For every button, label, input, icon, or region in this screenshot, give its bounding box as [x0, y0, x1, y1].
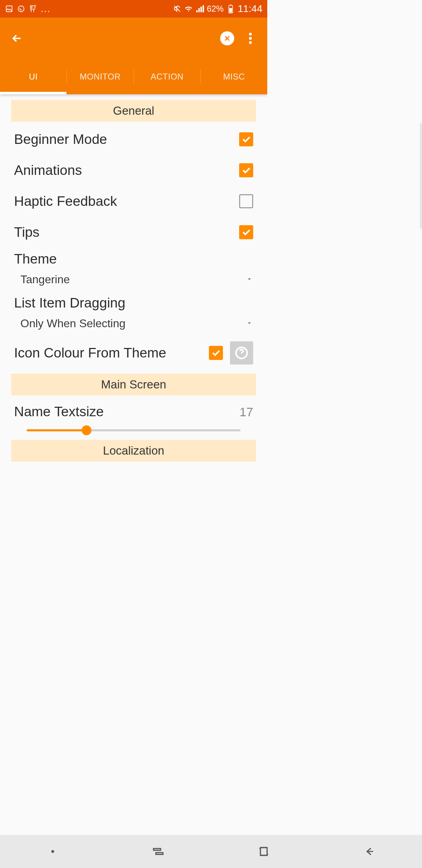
picture-icon: [5, 5, 13, 13]
icon-colour-help-button[interactable]: [230, 341, 253, 365]
row-icon-colour: Icon Colour From Theme: [5, 339, 262, 372]
theme-label: Theme: [14, 251, 253, 267]
row-animations[interactable]: Animations: [5, 155, 262, 186]
chevron-down-icon: [245, 319, 253, 328]
svg-rect-3: [230, 5, 231, 5]
row-list-item-dragging: List Item Dragging Only When Selecting: [5, 295, 262, 339]
row-theme: Theme Tangerine: [5, 248, 262, 295]
tab-ui[interactable]: UI: [0, 59, 66, 94]
animations-label: Animations: [14, 163, 239, 178]
tips-label: Tips: [14, 224, 239, 240]
row-name-textsize: Name Textsize 17: [5, 398, 262, 434]
haptic-feedback-checkbox[interactable]: [239, 194, 253, 208]
more-notifications-icon: ...: [41, 4, 51, 14]
back-button[interactable]: [8, 30, 25, 47]
svg-rect-0: [6, 6, 12, 12]
theme-dropdown[interactable]: Tangerine: [14, 270, 253, 295]
signal-icon: [196, 5, 204, 13]
tab-misc[interactable]: MISC: [201, 59, 267, 94]
section-header-localization: Localization: [11, 440, 256, 462]
row-tips[interactable]: Tips: [5, 217, 262, 248]
battery-icon: [226, 5, 235, 13]
name-textsize-value: 17: [239, 405, 253, 419]
settings-content: General Beginner Mode Animations Haptic …: [0, 94, 267, 462]
beginner-mode-checkbox[interactable]: [239, 132, 253, 146]
name-textsize-slider[interactable]: [14, 429, 253, 431]
battery-percent: 62%: [207, 4, 224, 14]
row-beginner-mode[interactable]: Beginner Mode: [5, 124, 262, 155]
tab-bar: UI MONITOR ACTION MISC: [0, 59, 267, 94]
theme-value: Tangerine: [20, 273, 245, 286]
clear-button[interactable]: [219, 30, 236, 47]
beginner-mode-label: Beginner Mode: [14, 132, 239, 147]
ifttt-icon: IFTTT: [29, 5, 37, 13]
whatsapp-icon: [17, 5, 25, 13]
animations-checkbox[interactable]: [239, 163, 253, 177]
app-bar: [0, 18, 267, 59]
section-header-main-screen: Main Screen: [11, 374, 256, 395]
haptic-feedback-label: Haptic Feedback: [14, 194, 239, 209]
icon-colour-checkbox[interactable]: [209, 346, 223, 360]
tips-checkbox[interactable]: [239, 225, 253, 239]
clock-text: 11:44: [238, 3, 262, 14]
vibrate-icon: [173, 5, 181, 13]
tab-action[interactable]: ACTION: [134, 59, 200, 94]
wifi-icon: [184, 5, 193, 13]
tab-monitor[interactable]: MONITOR: [67, 59, 133, 94]
list-item-dragging-label: List Item Dragging: [14, 295, 253, 311]
list-item-dragging-value: Only When Selecting: [20, 317, 245, 330]
icon-colour-label: Icon Colour From Theme: [14, 345, 202, 361]
svg-point-5: [249, 33, 252, 36]
status-bar: IFTTT ... 62% 11:44: [0, 0, 267, 18]
overflow-menu-button[interactable]: [242, 30, 259, 47]
chevron-down-icon: [245, 275, 253, 284]
svg-point-7: [249, 41, 252, 44]
name-textsize-label: Name Textsize: [14, 404, 239, 419]
section-header-general: General: [11, 100, 256, 122]
svg-rect-4: [229, 8, 232, 12]
row-haptic-feedback[interactable]: Haptic Feedback: [5, 186, 262, 217]
list-item-dragging-dropdown[interactable]: Only When Selecting: [14, 313, 253, 339]
svg-point-1: [18, 6, 24, 12]
svg-point-6: [249, 37, 252, 40]
